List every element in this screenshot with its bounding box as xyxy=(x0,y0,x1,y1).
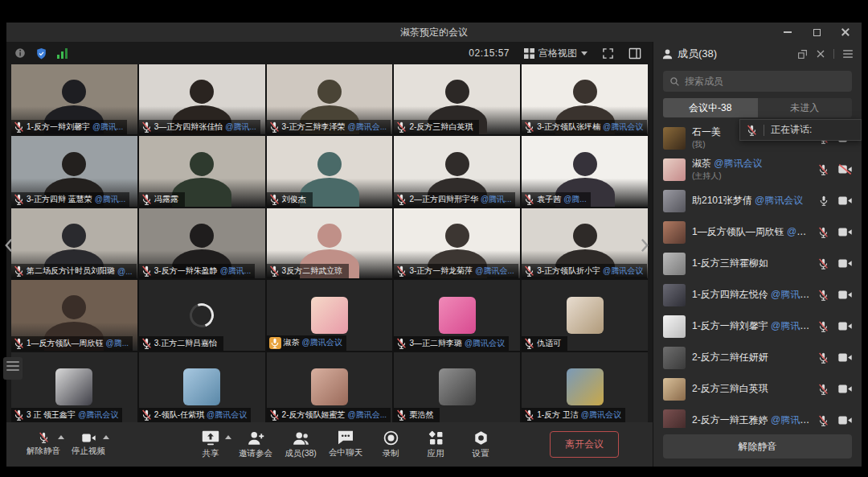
shield-icon[interactable] xyxy=(35,47,47,60)
video-tile[interactable]: 3-正方领队张坪楠 @腾讯会议 xyxy=(522,64,648,134)
speaking-toast: 正在讲话: xyxy=(739,119,862,141)
tab-not-joined[interactable]: 未进入 xyxy=(758,98,853,117)
mic-muted-icon[interactable] xyxy=(818,227,829,238)
video-tile[interactable]: 3-反方一辩朱盈静 @腾讯... xyxy=(139,208,265,278)
toolbar-item-label: 解除静音 xyxy=(27,446,60,457)
mic-muted-icon[interactable] xyxy=(818,415,829,426)
fullscreen-icon[interactable] xyxy=(602,47,614,60)
tab-in-meeting[interactable]: 会议中-38 xyxy=(663,98,758,117)
mic-muted-icon xyxy=(524,194,534,205)
toolbar-camera-button[interactable]: 停止视频 xyxy=(66,422,111,467)
toolbar-chat-button[interactable]: 会中聊天 xyxy=(323,422,368,467)
video-tile[interactable]: 淑荼 @腾讯会议 xyxy=(267,280,393,350)
video-tile[interactable]: 2-领队-任紫琪 @腾讯会议 xyxy=(139,352,265,422)
video-tile[interactable]: 1-反方 卫洁 @腾讯会议 xyxy=(522,352,648,422)
member-row[interactable]: 2-反方三辩白英琪 xyxy=(653,373,862,405)
mic-muted-icon[interactable] xyxy=(818,258,829,269)
video-tile[interactable]: 仇适可 xyxy=(522,280,648,350)
camera-on-icon[interactable] xyxy=(838,352,852,363)
video-tile[interactable]: 第二场反方计时员刘阳璐 @... xyxy=(11,208,137,278)
video-tile[interactable]: 2-反方领队姬蜜芝 @腾讯会... xyxy=(267,352,393,422)
video-tile[interactable]: 3—正二辩李璐 @腾讯会议 xyxy=(394,280,520,350)
mic-muted-icon[interactable] xyxy=(818,290,829,301)
search-input[interactable] xyxy=(685,76,845,87)
mic-on-icon[interactable] xyxy=(819,195,829,206)
popout-icon[interactable] xyxy=(797,49,808,60)
video-tile[interactable]: 3反方二辩武立琼 xyxy=(267,208,393,278)
leave-meeting-button[interactable]: 离开会议 xyxy=(550,431,619,458)
toolbar-mic-off-button[interactable]: 解除静音 xyxy=(21,422,66,467)
mic-muted-icon[interactable] xyxy=(818,384,829,395)
member-row[interactable]: 助2101张梦倩 @腾讯会议 xyxy=(653,185,862,216)
member-status-icons xyxy=(818,352,852,364)
video-tile[interactable]: 3.正方二辩吕嘉怡 xyxy=(139,280,265,350)
unmute-all-button[interactable]: 解除静音 xyxy=(663,434,852,458)
caret-up-icon[interactable] xyxy=(225,435,231,439)
panel-close-icon[interactable] xyxy=(816,49,825,59)
camera-on-icon[interactable] xyxy=(838,384,852,394)
member-row[interactable]: 2-反方一辩王雅婷 @腾讯会议 xyxy=(653,405,862,428)
member-row[interactable]: 淑荼 @腾讯会议 (主持人) xyxy=(653,154,862,185)
video-tile[interactable]: 3—正方四辩张佳怡 @腾讯... xyxy=(139,64,265,134)
toolbar-share-screen-button[interactable]: 共享 xyxy=(188,422,233,467)
video-tile[interactable]: 3 正 领王鑫宇 @腾讯会议 xyxy=(11,352,137,422)
caret-up-icon[interactable] xyxy=(58,435,64,439)
toolbar-invite-button[interactable]: 邀请参会 xyxy=(233,422,278,467)
member-row[interactable]: 2-反方二辩任妍妍 xyxy=(653,342,862,373)
camera-on-icon[interactable] xyxy=(838,290,852,300)
sidebar-toggle-icon[interactable] xyxy=(628,47,641,60)
video-tile[interactable]: 3-正方三辩李泽荣 @腾讯会... xyxy=(267,64,393,134)
camera-on-icon[interactable] xyxy=(838,415,852,426)
mic-muted-icon[interactable] xyxy=(818,352,829,364)
mic-muted-icon xyxy=(141,409,152,421)
member-row[interactable]: 1—反方领队—周欣钰 @腾讯... xyxy=(653,216,862,248)
minimize-button[interactable] xyxy=(776,24,799,40)
participant-name: 3-正方一辩龙菊萍 xyxy=(409,265,473,277)
menu-icon[interactable] xyxy=(842,49,854,59)
member-name: 1-反方三辩霍柳如 xyxy=(692,257,812,270)
close-button[interactable] xyxy=(834,24,857,40)
video-tile[interactable]: 2—正方四辩邢宇华 @腾讯... xyxy=(394,136,520,206)
member-name: 淑荼 @腾讯会议 xyxy=(692,157,812,171)
tile-name-label: 2—正方四辩邢宇华 @腾讯... xyxy=(394,192,515,207)
participant-name: 2-领队-任紫琪 xyxy=(154,409,204,421)
video-tile[interactable]: 栗浩然 xyxy=(394,352,520,422)
view-mode-button[interactable]: 宫格视图 xyxy=(524,47,588,60)
mic-muted-icon[interactable] xyxy=(818,164,829,175)
camera-off-icon[interactable] xyxy=(838,164,852,175)
video-tile[interactable]: 冯露露 xyxy=(139,136,265,206)
video-tile[interactable]: 3-正方领队折小宇 @腾讯会议 xyxy=(522,208,648,278)
video-tile[interactable]: 3-正方四辩 蓝慧荣 @腾讯... xyxy=(11,136,137,206)
video-tile[interactable]: 袁子茜 @腾... xyxy=(522,136,648,206)
member-row[interactable]: 1-反方一辩刘馨宇 @腾讯会议 xyxy=(653,310,862,342)
mini-list-indicator[interactable] xyxy=(3,357,23,380)
next-page-chevron[interactable] xyxy=(638,235,651,256)
maximize-button[interactable] xyxy=(805,24,828,40)
member-status-icons xyxy=(818,258,852,269)
member-row[interactable]: 1-反方四辩左悦伶 @腾讯会议 xyxy=(653,279,862,310)
tile-name-label: 3-正方四辩 蓝慧荣 @腾讯... xyxy=(11,192,129,207)
mic-muted-icon[interactable] xyxy=(818,321,829,332)
participant-suffix: @腾讯会议 xyxy=(581,409,621,421)
caret-up-icon[interactable] xyxy=(103,435,109,439)
prev-page-chevron[interactable] xyxy=(2,235,14,256)
member-status-icons xyxy=(818,227,852,238)
video-tile[interactable]: 3-正方一辩龙菊萍 @腾讯会... xyxy=(394,208,520,278)
video-tile[interactable]: 2-反方三辩白英琪 xyxy=(394,64,520,134)
camera-on-icon[interactable] xyxy=(838,227,852,237)
member-role: (我) xyxy=(692,139,812,150)
camera-on-icon[interactable] xyxy=(838,195,852,206)
info-icon[interactable] xyxy=(14,47,26,59)
member-row[interactable]: 1-反方三辩霍柳如 xyxy=(653,248,862,279)
participant-suffix: @腾讯... xyxy=(481,194,512,205)
video-tile[interactable]: 1—反方领队—周欣钰 @腾... xyxy=(11,280,137,350)
meeting-statusbar: 02:15:57 宫格视图 xyxy=(6,42,653,64)
toolbar-apps-button[interactable]: 应用 xyxy=(413,422,458,467)
toolbar-settings-button[interactable]: 设置 xyxy=(458,422,503,467)
camera-on-icon[interactable] xyxy=(838,321,852,331)
toolbar-members-button[interactable]: 成员(38) xyxy=(278,422,323,467)
toolbar-record-button[interactable]: 录制 xyxy=(368,422,413,467)
video-tile[interactable]: 刘俊杰 xyxy=(267,136,393,206)
camera-on-icon[interactable] xyxy=(838,258,852,269)
video-tile[interactable]: 1-反方一辩刘馨宇 @腾讯... xyxy=(11,64,137,134)
